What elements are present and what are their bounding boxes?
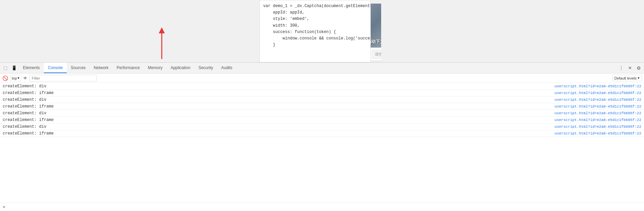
console-row: createElement: divuserscript.html?id=e2a… bbox=[0, 83, 644, 90]
eye-icon[interactable]: 👁 bbox=[23, 76, 27, 81]
code-panel: var demo_1 = _dx.Captcha(document.getEle… bbox=[259, 0, 371, 62]
tab-elements[interactable]: Elements bbox=[19, 63, 44, 73]
tab-application[interactable]: Application bbox=[166, 63, 194, 73]
console-row-link[interactable]: userscript.html?id=e2a8-e5d1c1fb605f:22 bbox=[555, 91, 641, 95]
code-line: success: function(token) { bbox=[263, 29, 367, 35]
toolbar-right: ⋮ ✕ ⚙ bbox=[617, 64, 643, 72]
code-line: style: 'embed', bbox=[263, 16, 367, 22]
device-toolbar-button[interactable]: 📱 bbox=[10, 64, 18, 72]
context-selector[interactable]: top ▾ bbox=[10, 75, 21, 81]
console-prompt: > bbox=[3, 204, 5, 209]
clear-console-button[interactable]: 🚫 bbox=[2, 75, 8, 81]
console-row-link[interactable]: userscript.html?id=e2a8-e5d1c1fb605f:22 bbox=[555, 131, 641, 135]
console-row: createElement: divuserscript.html?id=e2a… bbox=[0, 110, 644, 117]
console-toolbar: 🚫 top ▾ 👁 Default levels ▾ bbox=[0, 73, 644, 83]
console-row-link[interactable]: userscript.html?id=e2a8-e5d1c1fb605f:22 bbox=[555, 118, 641, 122]
console-row-link[interactable]: userscript.html?id=e2a8-e5d1c1fb605f:22 bbox=[555, 125, 641, 129]
console-input-row: > bbox=[0, 203, 644, 211]
tab-sources[interactable]: Sources bbox=[67, 63, 90, 73]
tab-console[interactable]: Console bbox=[44, 63, 67, 73]
right-panel-area bbox=[381, 0, 644, 62]
console-filter-input[interactable] bbox=[29, 75, 97, 82]
inspect-element-button[interactable]: ⬚ bbox=[1, 64, 9, 72]
console-row-text: createElement: div bbox=[3, 124, 47, 129]
console-row: createElement: iframeuserscript.html?id=… bbox=[0, 117, 644, 123]
devtools-toolbar: ⬚ 📱 Elements Console Sources Network Per… bbox=[0, 63, 644, 73]
tab-audits[interactable]: Audits bbox=[217, 63, 236, 73]
close-icon: ✕ bbox=[628, 65, 632, 70]
tab-security[interactable]: Security bbox=[194, 63, 217, 73]
devtools-tabs: Elements Console Sources Network Perform… bbox=[19, 63, 616, 73]
device-icon: 📱 bbox=[11, 65, 17, 70]
console-row-link[interactable]: userscript.html?id=e2a8-e5d1c1fb605f:22 bbox=[555, 84, 641, 88]
tab-network[interactable]: Network bbox=[90, 63, 113, 73]
console-row-text: createElement: div bbox=[3, 111, 47, 116]
more-options-button[interactable]: ⋮ bbox=[617, 64, 625, 72]
inspect-icon: ⬚ bbox=[3, 65, 7, 70]
console-row: createElement: iframeuserscript.html?id=… bbox=[0, 103, 644, 110]
code-line: } bbox=[263, 42, 367, 48]
console-content-area: 点击刷新，是没有hook不到创建canvas的。 createElement: … bbox=[0, 83, 644, 211]
chevron-down-icon: ▾ bbox=[18, 76, 20, 80]
console-row-text: createElement: div bbox=[3, 97, 47, 102]
default-levels-selector[interactable]: Default levels ▾ bbox=[612, 75, 642, 81]
tab-performance[interactable]: Performance bbox=[113, 63, 144, 73]
devtools: ⬚ 📱 Elements Console Sources Network Per… bbox=[0, 62, 644, 211]
console-row: createElement: divuserscript.html?id=e2a… bbox=[0, 96, 644, 103]
console-rows: createElement: divuserscript.html?id=e2a… bbox=[0, 83, 644, 137]
console-row-link[interactable]: userscript.html?id=e2a8-e5d1c1fb605f:22 bbox=[555, 104, 641, 109]
console-output[interactable]: createElement: divuserscript.html?id=e2a… bbox=[0, 83, 644, 203]
code-line: appId: appId, bbox=[263, 9, 367, 16]
webpage-area: ★ ★ ☽ 👆 拖动下方的滑块 ↺ → 请拖动滑块至正确缺口 >> bbox=[0, 0, 644, 62]
console-row-text: createElement: iframe bbox=[3, 91, 54, 95]
console-row-link[interactable]: userscript.html?id=e2a8-e5d1c1fb605f:22 bbox=[555, 111, 641, 115]
chevron-down-icon: ▾ bbox=[638, 76, 640, 80]
red-arrow-annotation bbox=[152, 27, 172, 61]
settings-button[interactable]: ⚙ bbox=[635, 64, 643, 72]
console-row-text: createElement: iframe bbox=[3, 104, 54, 109]
console-row: createElement: divuserscript.html?id=e2a… bbox=[0, 123, 644, 130]
console-row-text: createElement: div bbox=[3, 84, 47, 89]
code-line: var demo_1 = _dx.Captcha(document.getEle… bbox=[263, 3, 367, 9]
console-row: createElement: iframeuserscript.html?id=… bbox=[0, 90, 644, 96]
console-row: createElement: iframeuserscript.html?id=… bbox=[0, 130, 644, 137]
console-row-link[interactable]: userscript.html?id=e2a8-e5d1c1fb605f:22 bbox=[555, 98, 641, 102]
gear-icon: ⚙ bbox=[637, 65, 641, 71]
code-line: width: 300, bbox=[263, 23, 367, 29]
code-line: window.console && console.log('success, … bbox=[263, 35, 367, 42]
console-row-text: createElement: iframe bbox=[3, 131, 54, 136]
console-row-text: createElement: iframe bbox=[3, 118, 54, 122]
close-devtools-button[interactable]: ✕ bbox=[626, 64, 634, 72]
ellipsis-icon: ⋮ bbox=[619, 65, 623, 70]
tab-memory[interactable]: Memory bbox=[144, 63, 166, 73]
